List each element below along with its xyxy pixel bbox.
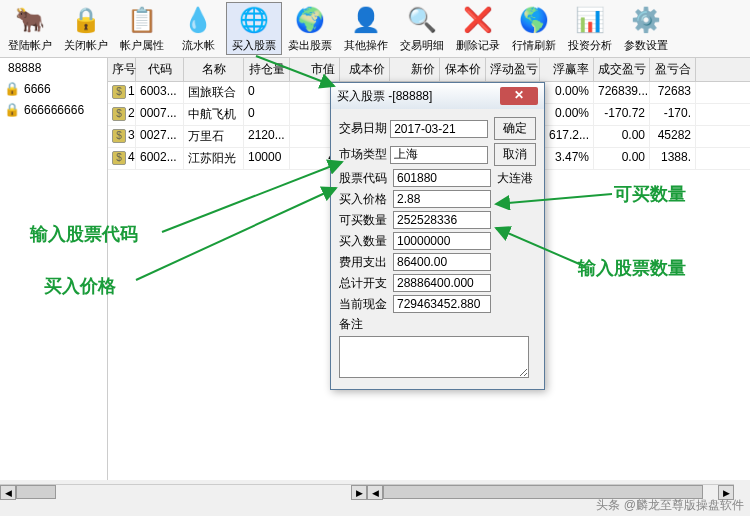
cell: 0.00 bbox=[594, 148, 650, 169]
cancel-button[interactable]: 取消 bbox=[494, 143, 536, 166]
buy-price-input[interactable] bbox=[393, 190, 491, 208]
scroll-right-icon[interactable]: ▶ bbox=[351, 485, 367, 500]
toolbar-买入股票[interactable]: 🌐买入股票 bbox=[226, 2, 282, 55]
close-icon[interactable]: ✕ bbox=[500, 87, 538, 105]
toolbar-label: 登陆帐户 bbox=[8, 38, 52, 53]
cash-input[interactable] bbox=[393, 295, 491, 313]
toolbar-label: 帐户属性 bbox=[120, 38, 164, 53]
canbuy-label: 可买数量 bbox=[339, 212, 393, 229]
toolbar-行情刷新[interactable]: 🌎行情刷新 bbox=[506, 2, 562, 55]
date-label: 交易日期 bbox=[339, 120, 390, 137]
scroll-left-icon[interactable]: ◀ bbox=[0, 485, 16, 500]
toolbar-label: 行情刷新 bbox=[512, 38, 556, 53]
toolbar-label: 卖出股票 bbox=[288, 38, 332, 53]
code-label: 股票代码 bbox=[339, 170, 393, 187]
cell: 中航飞机 bbox=[184, 104, 244, 125]
toolbar-其他操作[interactable]: 👤其他操作 bbox=[338, 2, 394, 55]
toolbar-icon: 🌍 bbox=[294, 4, 326, 36]
toolbar-label: 关闭帐户 bbox=[64, 38, 108, 53]
total-label: 总计开支 bbox=[339, 275, 393, 292]
toolbar-关闭帐户[interactable]: 🔒关闭帐户 bbox=[58, 2, 114, 55]
toolbar-icon: ⚙️ bbox=[630, 4, 662, 36]
cell: $4 bbox=[108, 148, 136, 169]
cell: 617.2... bbox=[540, 126, 594, 147]
cell: $3 bbox=[108, 126, 136, 147]
scroll-thumb-left[interactable] bbox=[16, 485, 56, 499]
canbuy-qty-input[interactable] bbox=[393, 211, 491, 229]
cash-label: 当前现金 bbox=[339, 296, 393, 313]
ok-button[interactable]: 确定 bbox=[494, 117, 536, 140]
toolbar-icon: 💧 bbox=[182, 4, 214, 36]
cell: 0.00% bbox=[540, 104, 594, 125]
toolbar-label: 其他操作 bbox=[344, 38, 388, 53]
buy-qty-input[interactable] bbox=[393, 232, 491, 250]
toolbar-icon: 🌎 bbox=[518, 4, 550, 36]
cell: -170.72 bbox=[594, 104, 650, 125]
cell: 2120... bbox=[244, 126, 290, 147]
buy-stock-dialog: 买入股票 -[88888] ✕ 交易日期确定 市场类型取消 股票代码大连港 买入… bbox=[330, 82, 545, 390]
account-item[interactable]: 🔒666666666 bbox=[0, 99, 107, 120]
column-header[interactable]: 盈亏合 bbox=[650, 58, 696, 81]
column-header[interactable]: 市值 bbox=[290, 58, 340, 81]
toolbar-卖出股票[interactable]: 🌍卖出股票 bbox=[282, 2, 338, 55]
lock-icon: 🔒 bbox=[4, 102, 20, 117]
toolbar-参数设置[interactable]: ⚙️参数设置 bbox=[618, 2, 674, 55]
column-header[interactable]: 保本价 bbox=[440, 58, 486, 81]
scroll-left2-icon[interactable]: ◀ bbox=[367, 485, 383, 500]
fee-input[interactable] bbox=[393, 253, 491, 271]
trade-date-input[interactable] bbox=[390, 120, 488, 138]
account-name: 6666 bbox=[24, 82, 51, 96]
toolbar-icon: 👤 bbox=[350, 4, 382, 36]
stock-code-input[interactable] bbox=[393, 169, 491, 187]
column-header[interactable]: 名称 bbox=[184, 58, 244, 81]
account-item[interactable]: 🔒6666 bbox=[0, 78, 107, 99]
cell: 6002... bbox=[136, 148, 184, 169]
toolbar-label: 流水帐 bbox=[182, 38, 215, 53]
cell: 1388. bbox=[650, 148, 696, 169]
column-header[interactable]: 成交盈亏 bbox=[594, 58, 650, 81]
account-sidebar: 88888🔒6666🔒666666666 bbox=[0, 58, 108, 480]
cell: 0 bbox=[244, 104, 290, 125]
toolbar-交易明细[interactable]: 🔍交易明细 bbox=[394, 2, 450, 55]
column-header[interactable]: 浮赢率 bbox=[540, 58, 594, 81]
toolbar-icon: 🌐 bbox=[238, 4, 270, 36]
toolbar-icon: ❌ bbox=[462, 4, 494, 36]
toolbar-删除记录[interactable]: ❌删除记录 bbox=[450, 2, 506, 55]
cell: 0 bbox=[244, 82, 290, 103]
toolbar-icon: 📋 bbox=[126, 4, 158, 36]
toolbar-帐户属性[interactable]: 📋帐户属性 bbox=[114, 2, 170, 55]
column-header[interactable]: 持仓量 bbox=[244, 58, 290, 81]
market-select[interactable] bbox=[390, 146, 488, 164]
cell: 0.00 bbox=[594, 126, 650, 147]
cell: 6003... bbox=[136, 82, 184, 103]
total-input[interactable] bbox=[393, 274, 491, 292]
account-item[interactable]: 88888 bbox=[0, 58, 107, 78]
column-header[interactable]: 成本价 bbox=[340, 58, 390, 81]
toolbar-登陆帐户[interactable]: 🐂登陆帐户 bbox=[2, 2, 58, 55]
toolbar-投资分析[interactable]: 📊投资分析 bbox=[562, 2, 618, 55]
toolbar-label: 参数设置 bbox=[624, 38, 668, 53]
column-header[interactable]: 浮动盈亏 bbox=[486, 58, 540, 81]
toolbar-icon: 🐂 bbox=[14, 4, 46, 36]
toolbar-流水帐[interactable]: 💧流水帐 bbox=[170, 2, 226, 55]
column-header[interactable]: 新价 bbox=[390, 58, 440, 81]
dollar-icon: $ bbox=[112, 85, 126, 99]
notes-textarea[interactable] bbox=[339, 336, 529, 378]
cell: $2 bbox=[108, 104, 136, 125]
column-header[interactable]: 代码 bbox=[136, 58, 184, 81]
fee-label: 费用支出 bbox=[339, 254, 393, 271]
cell: 726839... bbox=[594, 82, 650, 103]
watermark: 头条 @麟龙至尊版操盘软件 bbox=[596, 497, 744, 514]
dialog-titlebar[interactable]: 买入股票 -[88888] ✕ bbox=[331, 83, 544, 109]
toolbar-label: 买入股票 bbox=[232, 38, 276, 53]
dollar-icon: $ bbox=[112, 151, 126, 165]
account-name: 88888 bbox=[8, 61, 41, 75]
column-header[interactable]: 序号 bbox=[108, 58, 136, 81]
dollar-icon: $ bbox=[112, 107, 126, 121]
qty-label: 买入数量 bbox=[339, 233, 393, 250]
cell: 3.47% bbox=[540, 148, 594, 169]
toolbar-icon: 🔍 bbox=[406, 4, 438, 36]
cell: -170. bbox=[650, 104, 696, 125]
cell: 0027... bbox=[136, 126, 184, 147]
cell: 万里石 bbox=[184, 126, 244, 147]
